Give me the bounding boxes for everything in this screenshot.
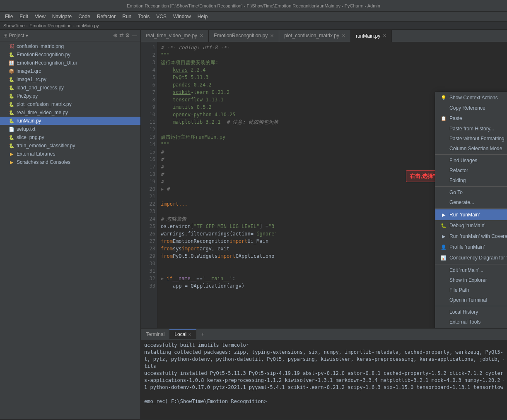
menu-item-view[interactable]: View [31, 13, 49, 20]
ctx-item-label: Paste [449, 115, 462, 121]
line-number-22: 22 [142, 200, 155, 208]
ctx-item-execute-line-in-python-console[interactable]: Execute Line in Python ConsoleAlt+Shift+… [435, 327, 507, 328]
ctx-item-external-tools[interactable]: External Tools▶ [435, 317, 507, 327]
ctx-icon: 💡 [440, 94, 447, 101]
sidebar-item-runmain-py[interactable]: 🐍runMain.py [0, 117, 140, 125]
menu-item-vcs[interactable]: VCS [153, 13, 170, 20]
sidebar-item-plot-confusion-matrix-py[interactable]: 🐍plot_confusion_matrix.py [0, 100, 140, 108]
ctx-item-column-selection-mode[interactable]: Column Selection ModeAlt+Shift+Insert [435, 144, 507, 154]
ctx-item-label: Paste from History... [449, 126, 494, 132]
terminal-line: s-applications-1.0.8 keras-preprocessing… [144, 377, 504, 384]
sidebar-item-image1-rc-py[interactable]: 🐍image1_rc.py [0, 75, 140, 84]
terminal-line: nstalling collected packages: zipp, typi… [144, 349, 504, 356]
ctx-item-find-usages[interactable]: Find UsagesAlt+F7 [435, 156, 507, 166]
code-editor[interactable]: 1234567891011121314151617181920212223242… [141, 42, 507, 328]
ctx-item-run--runmain-[interactable]: ▶Run 'runMain'Ctrl+Shift+F10 [435, 209, 507, 220]
terminal-line: uccessfully built imutils termcolor [144, 342, 504, 349]
terminal-tab-local[interactable]: Local ✕ [169, 329, 196, 339]
sidebar-title: ⊞ Project ▾ [3, 33, 28, 38]
title-text: Emotion Recognition [F:\ShowTime\Emotion… [3, 3, 504, 8]
menu-item-file[interactable]: File [2, 13, 16, 20]
sidebar-item-scratches-and-consoles[interactable]: ▶Scratches and Consoles [0, 158, 140, 166]
txt-icon: 📄 [8, 126, 15, 132]
ctx-item-refactor[interactable]: Refactor▶ [435, 166, 507, 175]
sidebar-item-train-emotion-classifier-py[interactable]: 🐍train_emotion_classifier.py [0, 142, 140, 150]
line-number-7: 7 [142, 89, 155, 96]
ctx-item-concurrency-diagram-for--runma[interactable]: 📊Concurrency Diagram for 'runMain' [435, 252, 507, 263]
ctx-item-paste-from-history---[interactable]: Paste from History...Ctrl+Shift+V [435, 124, 507, 134]
tab-close-icon[interactable]: ✕ [200, 33, 203, 38]
tab-close-icon[interactable]: ✕ [383, 33, 386, 38]
sidebar-item-emotionrecongnition-ui-ui[interactable]: 🪟EmotionRecongnition_UI.ui [0, 59, 140, 67]
sidebar-item-label: train_emotion_classifier.py [17, 143, 75, 149]
menu-item-help[interactable]: Help [194, 13, 211, 20]
ctx-item-copy-reference[interactable]: Copy ReferenceCtrl+Alt+Shift+C [435, 103, 507, 113]
ctx-item-folding[interactable]: Folding▶ [435, 175, 507, 185]
ctx-item-show-in-explorer[interactable]: Show in Explorer [435, 275, 507, 285]
ctx-item-run--runmain--with-coverage[interactable]: ▶Run 'runMain' with Coverage [435, 231, 507, 242]
line-number-2: 2 [142, 51, 155, 59]
sidebar-item-label: Scratches and Consoles [17, 159, 70, 165]
sidebar-item-confusion-matrix-png[interactable]: 🖼confusion_matrix.png [0, 42, 140, 50]
sidebar-item-label: real_time_video_me.py [17, 110, 68, 115]
png-icon: 🖼 [8, 43, 15, 50]
terminal-tab-terminal[interactable]: Terminal [141, 330, 169, 339]
line-number-21: 21 [142, 193, 155, 200]
sidebar-item-external-libraries[interactable]: ▶External Libraries [0, 150, 140, 158]
ctx-item-paste-without-formatting[interactable]: Paste without FormattingCtrl+Alt+Shift+V [435, 134, 507, 144]
code-line-6: pandas 0.24.2 [161, 81, 504, 89]
menu-item-navigate[interactable]: Navigate [49, 13, 75, 20]
menu-item-window[interactable]: Window [170, 13, 194, 20]
terminal-add-tab[interactable]: + [196, 330, 209, 339]
line-number-19: 19 [142, 178, 155, 185]
breadcrumb-part3: runMain.py [76, 23, 99, 28]
tab-emotionrecongnition-py[interactable]: EmotionRecongnition.py✕ [209, 30, 279, 42]
qrc-icon: 📦 [8, 68, 15, 74]
code-line-5: PyQt5 5.11.3 [161, 74, 504, 81]
ctx-item-profile--runmain-[interactable]: 👤Profile 'runMain' [435, 242, 507, 252]
tab-close-icon[interactable]: ✕ [270, 33, 274, 38]
ctx-item-show-context-actions[interactable]: 💡Show Context ActionsAlt+Enter [435, 92, 507, 103]
line-number-28: 28 [142, 245, 155, 252]
sidebar-item-load-and-process-py[interactable]: 🐍load_and_process.py [0, 84, 140, 92]
tab-real-time-video-me-py[interactable]: real_time_video_me.py✕ [141, 30, 209, 42]
sidebar-item-real-time-video-me-py[interactable]: 🐍real_time_video_me.py [0, 108, 140, 117]
py-icon: 🐍 [8, 51, 15, 58]
menu-item-tools[interactable]: Tools [135, 13, 153, 20]
menu-item-edit[interactable]: Edit [16, 13, 31, 20]
ctx-item-paste[interactable]: 📋PasteCtrl+V [435, 113, 507, 124]
terminal-close-btn[interactable]: ✕ [188, 332, 191, 337]
sidebar-item-label: runMain.py [17, 118, 41, 124]
line-number-23: 23 [142, 208, 155, 215]
ctx-item-open-in-terminal[interactable]: Open in Terminal [435, 295, 507, 305]
py-icon: 🐍 [8, 84, 15, 91]
sidebar-item-label: Pic2py.py [17, 93, 38, 99]
line-number-24: 24 [142, 215, 155, 223]
sidebar-item-emotionrecongnition-py[interactable]: 🐍EmotionRecongnition.py [0, 50, 140, 59]
menu-item-run[interactable]: Run [119, 13, 135, 20]
line-number-15: 15 [142, 148, 155, 156]
tab-close-icon[interactable]: ✕ [342, 33, 345, 38]
ctx-item-go-to[interactable]: Go To▶ [435, 187, 507, 197]
ctx-item-debug--runmain-[interactable]: 🐛Debug 'runMain' [435, 220, 507, 231]
line-number-17: 17 [142, 163, 155, 170]
ctx-item-label: Show in Explorer [449, 277, 487, 283]
tab-runmain-py[interactable]: runMain.py✕ [351, 30, 392, 42]
terminal-line [144, 391, 504, 398]
menu-item-code[interactable]: Code [75, 13, 94, 20]
editor-tabs: real_time_video_me.py✕EmotionRecongnitio… [141, 30, 507, 42]
sidebar-item-image1-qrc[interactable]: 📦image1.qrc [0, 67, 140, 75]
sidebar-item-pic2py-py[interactable]: 🐍Pic2py.py [0, 92, 140, 100]
ctx-item-file-path[interactable]: File PathCtrl+Alt+F12 [435, 285, 507, 295]
menu-item-refactor[interactable]: Refactor [94, 13, 119, 20]
sidebar-item-slice-png-py[interactable]: 🐍slice_png.py [0, 133, 140, 142]
terminal-line: tils [144, 363, 504, 370]
tab-plot-confusion-matrix-py[interactable]: plot_confusion_matrix.py✕ [279, 30, 351, 42]
ctx-item-edit--runmain----[interactable]: Edit 'runMain'... [435, 265, 507, 275]
sidebar-item-label: slice_png.py [17, 134, 44, 140]
context-menu: 💡Show Context ActionsAlt+EnterCopy Refer… [435, 92, 507, 328]
ctx-item-local-history[interactable]: Local History▶ [435, 307, 507, 317]
sidebar-icons: ⊕ ⇄ ⚙ — [113, 32, 137, 38]
ctx-item-generate---[interactable]: Generate...Alt+Insert [435, 197, 507, 207]
sidebar-item-setup-txt[interactable]: 📄setup.txt [0, 125, 140, 133]
